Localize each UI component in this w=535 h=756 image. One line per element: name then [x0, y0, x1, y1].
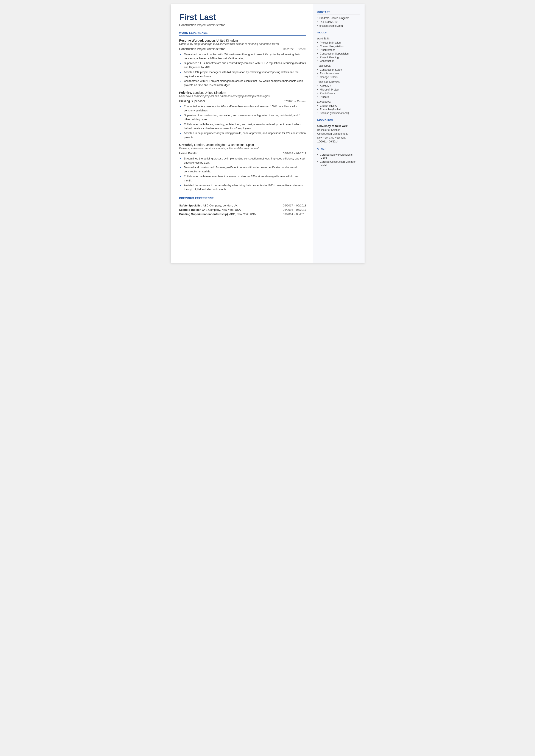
employer-3-name: Growthsi, [179, 143, 193, 147]
job-dates-1: 01/2022 – Present [283, 47, 306, 51]
tools-label: Tools and Software: [317, 80, 360, 83]
employer-block-2: Polyhire, London, United Kingdom Underta… [179, 91, 306, 140]
job-bullets-3: Streamlined the building process by impl… [179, 156, 306, 192]
prev-exp-dates-2: 06/2016 – 05/2017 [283, 208, 306, 211]
hard-skills-label: Hard Skills: [317, 37, 360, 40]
edu-dates-1: 10/2011 - 06/2014 [317, 140, 360, 144]
left-column: First Last Construction Project Administ… [171, 4, 313, 263]
hard-skill-5: Project Planning [317, 56, 360, 59]
techniques-label: Techniques: [317, 64, 360, 67]
other-section-title: OTHER [317, 147, 360, 151]
job-bullets-2: Conducted safety meetings for 68+ staff … [179, 104, 306, 140]
bullet-1-4: Collaborated with 21+ project managers t… [180, 79, 306, 88]
hard-skill-2: Contract Negotiation [317, 45, 360, 48]
prev-exp-row-2: Scaffold Builder, XYZ Company, New York,… [179, 208, 306, 211]
prev-role-title-bold-2: Scaffold Builder, [179, 208, 202, 211]
employer-3-desc: Delivers professional services spanning … [179, 147, 306, 150]
hard-skill-4: Construction Supervision [317, 52, 360, 55]
employer-2-location: London, United Kingdom [193, 91, 226, 95]
edu-school-1: University of New York [317, 124, 360, 127]
bullet-2-2: Supervised the construction, renovation,… [180, 113, 306, 122]
other-item-1: Certified Safety Professional (CSP) [317, 153, 360, 159]
prev-role-title-bold-3: Building Superintendent (Internship), [179, 212, 229, 216]
tool-1: AutoCAD [317, 84, 360, 88]
bullet-3-1: Streamlined the building process by impl… [180, 156, 306, 165]
bullet-2-4: Assisted in acquiring necessary building… [180, 131, 306, 140]
hard-skill-1: Project Estimation [317, 41, 360, 44]
prev-role-rest-3: ABC, New York, USA [229, 212, 256, 216]
job-header-1: Construction Project Administrator 01/20… [179, 47, 306, 51]
prev-exp-left-1: Safety Specialist, ABC Company, London, … [179, 204, 281, 207]
education-section-title: EDUCATION [317, 119, 360, 122]
tool-4: Procore [317, 96, 360, 98]
right-column: CONTACT Bradford, United Kingdom +44 123… [313, 4, 365, 263]
employer-1-desc: Offers a full range of design-build serv… [179, 42, 306, 45]
contact-item-3: first.last@gmail.com [317, 24, 360, 27]
bullet-3-3: Collaborated with team members to clean … [180, 174, 306, 183]
employer-1-name-line: Resume Worded, London, United Kingdom [179, 39, 306, 42]
employer-2-name: Polyhire, [179, 91, 192, 95]
employer-block-3: Growthsi, London, United Kingdom & Barce… [179, 143, 306, 192]
prev-role-rest-1: ABC Company, London, UK [202, 204, 238, 207]
bullet-2-1: Conducted safety meetings for 68+ staff … [180, 104, 306, 113]
job-dates-3: 06/2018 – 09/2019 [283, 152, 306, 155]
bullet-1-2: Supervised 11+ subcontractors and ensure… [180, 61, 306, 70]
job-title-2: Building Supervisor [179, 99, 205, 103]
previous-experience-section-title: PREVIOUS EXPERIENCE [179, 197, 306, 201]
contact-item-1: Bradford, United Kingdom [317, 16, 360, 20]
job-dates-2: 07/2021 – Current [284, 99, 306, 103]
prev-exp-left-3: Building Superintendent (Internship), AB… [179, 212, 281, 216]
edu-degree-1: Bachelor of Science [317, 128, 360, 132]
language-1: English (Native) [317, 104, 360, 107]
other-item-2: Certified Construction Manager (CCM) [317, 160, 360, 166]
education-block-1: University of New York Bachelor of Scien… [317, 124, 360, 144]
skills-section-title: SKILLS [317, 31, 360, 35]
candidate-name: First Last [179, 13, 306, 22]
job-title-3: Home Builder [179, 152, 198, 155]
job-header-3: Home Builder 06/2018 – 09/2019 [179, 152, 306, 155]
languages-label: Languages: [317, 100, 360, 103]
prev-exp-row-3: Building Superintendent (Internship), AB… [179, 212, 306, 216]
technique-1: Construction Safety [317, 68, 360, 71]
work-experience-section-title: WORK EXPERIENCE [179, 32, 306, 36]
job-title-1: Construction Project Administrator [179, 47, 225, 51]
bullet-3-2: Devised and constructed 13+ energy-effic… [180, 165, 306, 174]
contact-section-title: CONTACT [317, 11, 360, 14]
job-bullets-1: Maintained constant contact with 35+ cus… [179, 52, 306, 88]
language-2: Romanian (Native) [317, 108, 360, 111]
previous-exp-list: Safety Specialist, ABC Company, London, … [179, 204, 306, 216]
technique-2: Risk Assessment [317, 72, 360, 75]
language-3: Spanish (Conversational) [317, 112, 360, 115]
edu-location-1: New York City, New York [317, 136, 360, 140]
bullet-1-1: Maintained constant contact with 35+ cus… [180, 52, 306, 61]
prev-role-rest-2: XYZ Company, New York, USA [201, 208, 241, 211]
tool-3: ProntoForms [317, 92, 360, 95]
contact-item-2: +44 123456789 [317, 20, 360, 23]
employer-3-location: London, United Kingdom & Barcelona, Spai… [194, 143, 254, 147]
candidate-title: Construction Project Administrator [179, 23, 306, 27]
employer-2-name-line: Polyhire, London, United Kingdom [179, 91, 306, 95]
prev-exp-left-2: Scaffold Builder, XYZ Company, New York,… [179, 208, 281, 211]
employer-block-1: Resume Worded, London, United Kingdom Of… [179, 39, 306, 88]
bullet-1-3: Assisted 19+ project managers with bid p… [180, 70, 306, 79]
bullet-2-3: Collaborated with the engineering, archi… [180, 122, 306, 131]
employer-1-location: London, United Kingdom [205, 39, 238, 42]
technique-3: Change Orders [317, 76, 360, 79]
resume-document: First Last Construction Project Administ… [171, 4, 365, 263]
bullet-3-4: Assisted homeowners in home sales by adv… [180, 183, 306, 192]
edu-field-1: Construction Management [317, 132, 360, 136]
prev-exp-dates-1: 06/2017 – 05/2018 [283, 204, 306, 207]
prev-exp-dates-3: 09/2014 – 05/2015 [283, 212, 306, 216]
job-header-2: Building Supervisor 07/2021 – Current [179, 99, 306, 103]
hard-skill-3: Procurement [317, 48, 360, 51]
employer-2-desc: Undertakes complex projects and embraces… [179, 95, 306, 98]
tool-2: Microsoft Project [317, 88, 360, 91]
contact-list: Bradford, United Kingdom +44 123456789 f… [317, 16, 360, 27]
hard-skill-6: Construction [317, 60, 360, 63]
employer-3-name-line: Growthsi, London, United Kingdom & Barce… [179, 143, 306, 147]
employer-1-name: Resume Worded, [179, 39, 204, 42]
prev-role-title-bold-1: Safety Specialist, [179, 204, 202, 207]
prev-exp-row-1: Safety Specialist, ABC Company, London, … [179, 204, 306, 207]
